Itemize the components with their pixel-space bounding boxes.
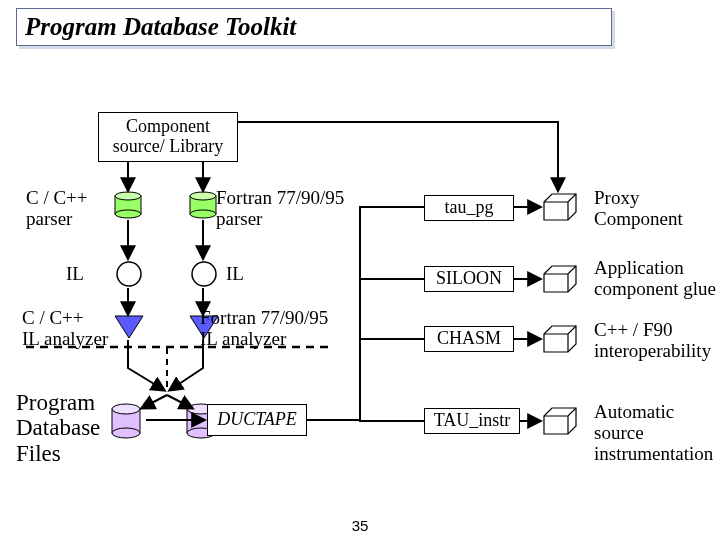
il-circle-icon [192,262,216,286]
tau-pg-cube-icon [544,194,576,220]
tau-pg-label: tau_pg [445,198,494,218]
siloon-cube-icon [544,266,576,292]
chasm-cube-icon [544,326,576,352]
interop-label: C++ / F90 interoperability [594,320,711,362]
cpp-analyzer-triangle-icon [115,316,143,338]
proxy-label: Proxy Component [594,188,683,230]
tau-instr-cube-icon [544,408,576,434]
tau-pg-box: tau_pg [424,195,514,221]
il-label-left: IL [66,264,84,285]
fortran-parser-cylinder-icon [190,192,216,218]
chasm-label: CHASM [437,329,501,349]
db-cylinder-icon [112,404,140,438]
cpp-parser-cylinder-icon [115,192,141,218]
appglue-label: Application component glue [594,258,716,300]
cpp-analyzer-label: C / C++ IL analyzer [22,308,108,350]
component-box: Component source/ Library [98,112,238,162]
pdf-label: Program Database Files [16,390,100,466]
siloon-label: SILOON [436,269,502,289]
tau-instr-label: TAU_instr [434,411,511,431]
svg-line-15 [167,395,192,408]
component-label: Component source/ Library [113,117,223,157]
chasm-box: CHASM [424,326,514,352]
autoinstr-label: Automatic source instrumentation [594,402,720,465]
il-label-right: IL [226,264,244,285]
il-circle-icon [117,262,141,286]
siloon-box: SILOON [424,266,514,292]
slide-number: 35 [0,517,720,534]
title-box: Program Database Toolkit [16,8,612,46]
ductape-label: DUCTAPE [217,410,297,430]
cpp-parser-label: C / C++ parser [26,188,88,230]
svg-line-14 [142,395,167,408]
tau-instr-box: TAU_instr [424,408,520,434]
fortran-analyzer-label: Fortran 77/90/95 IL analyzer [200,308,328,350]
title-text: Program Database Toolkit [25,13,296,41]
fortran-parser-label: Fortran 77/90/95 parser [216,188,344,230]
ductape-box: DUCTAPE [207,404,307,436]
